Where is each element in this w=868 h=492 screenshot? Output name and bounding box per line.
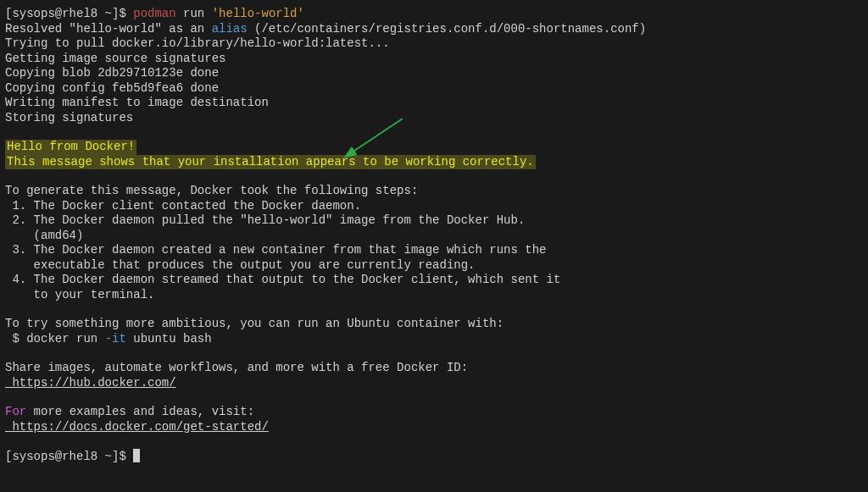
prompt-2: [sysops@rhel8 ~]$ bbox=[5, 450, 133, 463]
hello-line-1: Hello from Docker! bbox=[5, 140, 863, 155]
for: For bbox=[5, 405, 26, 418]
out-storing: Storing signatures bbox=[5, 111, 863, 126]
blank-4 bbox=[5, 346, 863, 361]
cmd-podman: podman bbox=[133, 7, 175, 20]
prompt-line-2[interactable]: [sysops@rhel8 ~]$ bbox=[5, 449, 863, 464]
step-3: 3. The Docker daemon created a new conta… bbox=[5, 243, 863, 258]
for-line: For more examples and ideas, visit: bbox=[5, 405, 863, 420]
out-resolved: Resolved "hello-world" as an alias (/etc… bbox=[5, 22, 863, 37]
out-manifest: Writing manifest to image destination bbox=[5, 96, 863, 111]
step-1: 1. The Docker client contacted the Docke… bbox=[5, 199, 863, 214]
out-pulling: Trying to pull docker.io/library/hello-w… bbox=[5, 36, 863, 52]
hub-url[interactable]: https://hub.docker.com/ bbox=[5, 376, 863, 391]
prompt-line-1: [sysops@rhel8 ~]$ podman run 'hello-worl… bbox=[5, 7, 863, 22]
cmd-run: run bbox=[183, 7, 212, 20]
cursor-block bbox=[133, 449, 140, 462]
hello-2: This message shows that your installatio… bbox=[5, 155, 536, 170]
out-config: Copying config feb5d9fea6 done bbox=[5, 81, 863, 97]
step-2: 2. The Docker daemon pulled the "hello-w… bbox=[5, 213, 863, 229]
step-2b: (amd64) bbox=[5, 229, 863, 244]
alias-link: alias bbox=[212, 22, 248, 36]
hello-1: Hello from Docker! bbox=[5, 140, 136, 155]
blank-3 bbox=[5, 302, 863, 317]
gen-intro: To generate this message, Docker took th… bbox=[5, 184, 863, 199]
prompt-1: [sysops@rhel8 ~]$ bbox=[5, 7, 126, 20]
step-4: 4. The Docker daemon streamed that outpu… bbox=[5, 273, 863, 288]
out-signatures: Getting image source signatures bbox=[5, 52, 863, 67]
docs-url[interactable]: https://docs.docker.com/get-started/ bbox=[5, 420, 863, 435]
blank-5 bbox=[5, 390, 863, 405]
hello-line-2: This message shows that your installatio… bbox=[5, 155, 863, 170]
ambitious-cmd: $ docker run -it ubuntu bash bbox=[5, 332, 863, 347]
blank-6 bbox=[5, 434, 863, 449]
blank-2 bbox=[5, 169, 863, 184]
flag-it: -it bbox=[105, 332, 126, 346]
cmd-arg: 'hello-world' bbox=[212, 7, 304, 20]
step-3b: executable that produces the output you … bbox=[5, 258, 863, 274]
ambitious: To try something more ambitious, you can… bbox=[5, 317, 863, 332]
out-blob: Copying blob 2db29710123e done bbox=[5, 66, 863, 81]
share: Share images, automate workflows, and mo… bbox=[5, 361, 863, 376]
blank-1 bbox=[5, 125, 863, 140]
step-4b: to your terminal. bbox=[5, 288, 863, 303]
